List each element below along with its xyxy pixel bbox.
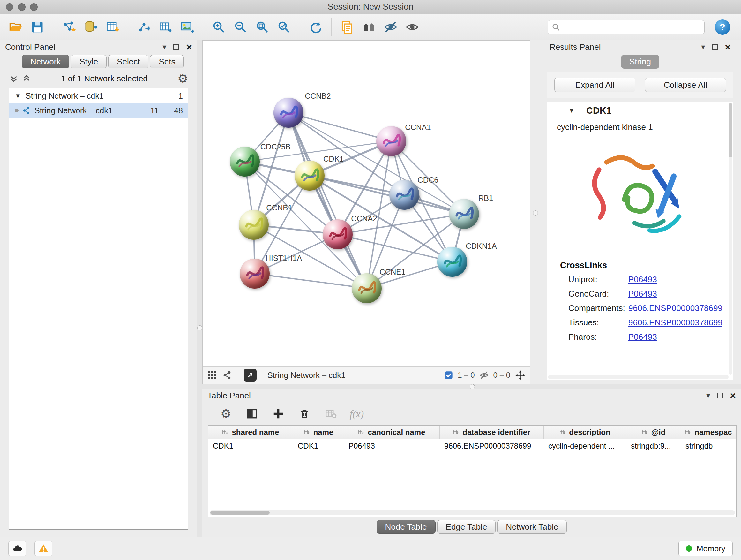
disclosure-triangle-icon[interactable]: ▼: [568, 107, 576, 114]
open-documents-button[interactable]: [338, 18, 356, 37]
network-node-CDC25B[interactable]: [230, 146, 260, 177]
network-canvas[interactable]: CCNB2CCNA1CDC25BCDK1CDC6RB1CCNB1CCNA2CDK…: [203, 41, 530, 366]
first-neighbors-button[interactable]: [360, 18, 378, 37]
add-column-icon[interactable]: [270, 406, 286, 422]
zoom-in-button[interactable]: [210, 18, 228, 37]
close-panel-icon[interactable]: ×: [725, 42, 731, 52]
panel-menu-icon[interactable]: ▾: [706, 392, 710, 399]
tab-network-table[interactable]: Network Table: [497, 520, 567, 534]
string-results-tab[interactable]: String: [621, 55, 659, 69]
expand-all-icon[interactable]: [22, 74, 31, 83]
column-header[interactable]: namespac: [681, 426, 736, 439]
table-cell[interactable]: 9606.ENSP00000378699: [440, 439, 544, 453]
network-row[interactable]: String Network – cdk1 11 48: [9, 103, 188, 118]
export-network-button[interactable]: [135, 18, 153, 37]
table-cell[interactable]: CDK1: [293, 439, 344, 453]
open-session-button[interactable]: [6, 18, 25, 37]
crosslink-link[interactable]: 9606.ENSP00000378699: [628, 318, 723, 327]
tab-style[interactable]: Style: [71, 55, 107, 68]
pan-move-icon[interactable]: [515, 370, 526, 381]
panel-menu-icon[interactable]: ▾: [701, 43, 705, 51]
float-panel-icon[interactable]: [173, 44, 179, 50]
network-options-gear-icon[interactable]: ⚙: [178, 72, 188, 84]
warnings-button[interactable]: [35, 541, 52, 556]
help-button[interactable]: ?: [715, 19, 730, 35]
network-node-HIST1H1A[interactable]: [240, 259, 270, 289]
column-header[interactable]: canonical name: [344, 426, 440, 439]
horizontal-scrollbar[interactable]: [548, 375, 729, 379]
tab-sets[interactable]: Sets: [150, 55, 184, 68]
show-all-button[interactable]: [403, 18, 421, 37]
table-options-gear-icon[interactable]: ⚙: [218, 406, 234, 422]
network-node-CDC6[interactable]: [389, 180, 419, 210]
tab-network[interactable]: Network: [22, 55, 69, 68]
apply-layout-button[interactable]: [307, 18, 325, 37]
table-cell[interactable]: P06493: [344, 439, 440, 453]
network-node-CCNE1[interactable]: [352, 273, 382, 303]
clear-table-icon[interactable]: [322, 406, 339, 422]
table-horizontal-scrollbar[interactable]: [210, 510, 735, 515]
crosslink-link[interactable]: P06493: [628, 332, 657, 342]
import-network-database-button[interactable]: [81, 18, 100, 37]
zoom-out-button[interactable]: [231, 18, 250, 37]
network-node-CCNA1[interactable]: [376, 126, 406, 156]
gene-card-header[interactable]: ▼ CDK1: [547, 103, 733, 119]
import-network-file-button[interactable]: [60, 18, 78, 37]
selected-checkbox-icon[interactable]: [444, 371, 453, 380]
column-header[interactable]: description: [544, 426, 626, 439]
table-row[interactable]: CDK1 CDK1 P06493 9606.ENSP00000378699 cy…: [208, 439, 736, 453]
float-panel-icon[interactable]: [717, 393, 723, 398]
hidden-eye-slash-icon[interactable]: [479, 370, 489, 380]
zoom-selected-button[interactable]: [275, 18, 293, 37]
panel-menu-icon[interactable]: ▾: [162, 43, 166, 51]
column-header[interactable]: @id: [626, 426, 681, 439]
expand-all-button[interactable]: Expand All: [554, 78, 635, 92]
network-node-CCNA2[interactable]: [323, 219, 353, 249]
table-cell[interactable]: stringdb:9...: [626, 439, 681, 453]
network-node-CDKN1A[interactable]: [437, 247, 467, 277]
vertical-scrollbar[interactable]: [729, 103, 732, 374]
export-table-button[interactable]: [156, 18, 175, 37]
crosslink-link[interactable]: P06493: [628, 274, 657, 285]
splitter-handle[interactable]: [197, 325, 202, 330]
crosslink-link[interactable]: P06493: [628, 289, 657, 299]
scrollbar-thumb[interactable]: [210, 511, 270, 515]
network-overview-icon[interactable]: [222, 370, 232, 380]
table-cell[interactable]: cyclin-dependent ...: [544, 439, 626, 453]
export-image-button[interactable]: [178, 18, 197, 37]
close-panel-icon[interactable]: ×: [186, 42, 192, 52]
search-input[interactable]: [560, 22, 700, 32]
memory-button[interactable]: Memory: [678, 541, 733, 557]
save-session-button[interactable]: [28, 18, 47, 37]
open-in-new-window-button[interactable]: [244, 369, 257, 381]
network-node-CCNB1[interactable]: [239, 210, 269, 240]
table-cell[interactable]: CDK1: [208, 439, 293, 453]
splitter-handle[interactable]: [533, 210, 538, 215]
function-builder-icon[interactable]: f(x): [348, 406, 365, 422]
splitter-handle[interactable]: [470, 384, 475, 389]
collapse-all-button[interactable]: Collapse All: [645, 78, 726, 92]
collapse-all-icon[interactable]: [9, 74, 18, 83]
network-node-CCNB2[interactable]: [273, 98, 304, 128]
close-panel-icon[interactable]: ×: [730, 390, 736, 401]
import-table-file-button[interactable]: [103, 18, 122, 37]
table-cell[interactable]: stringdb: [681, 439, 736, 453]
network-collection-row[interactable]: ▼ String Network – cdk1 1: [9, 88, 188, 103]
crosslink-link[interactable]: 9606.ENSP00000378699: [628, 303, 723, 313]
float-panel-icon[interactable]: [712, 44, 718, 50]
zoom-fit-button[interactable]: [253, 18, 272, 37]
search-field[interactable]: [548, 20, 704, 34]
tab-select[interactable]: Select: [108, 55, 148, 68]
tab-edge-table[interactable]: Edge Table: [437, 520, 496, 534]
vertical-splitter[interactable]: [197, 40, 202, 537]
network-node-CDK1[interactable]: [294, 161, 325, 191]
grid-view-icon[interactable]: [207, 370, 217, 380]
cloud-button[interactable]: [8, 541, 26, 556]
disclosure-triangle-icon[interactable]: ▼: [14, 92, 22, 100]
delete-column-icon[interactable]: [296, 406, 313, 422]
column-header[interactable]: database identifier: [440, 426, 544, 439]
column-header[interactable]: name: [293, 426, 344, 439]
tab-node-table[interactable]: Node Table: [377, 520, 435, 534]
network-node-RB1[interactable]: [449, 199, 479, 229]
column-header[interactable]: shared name: [208, 426, 293, 439]
